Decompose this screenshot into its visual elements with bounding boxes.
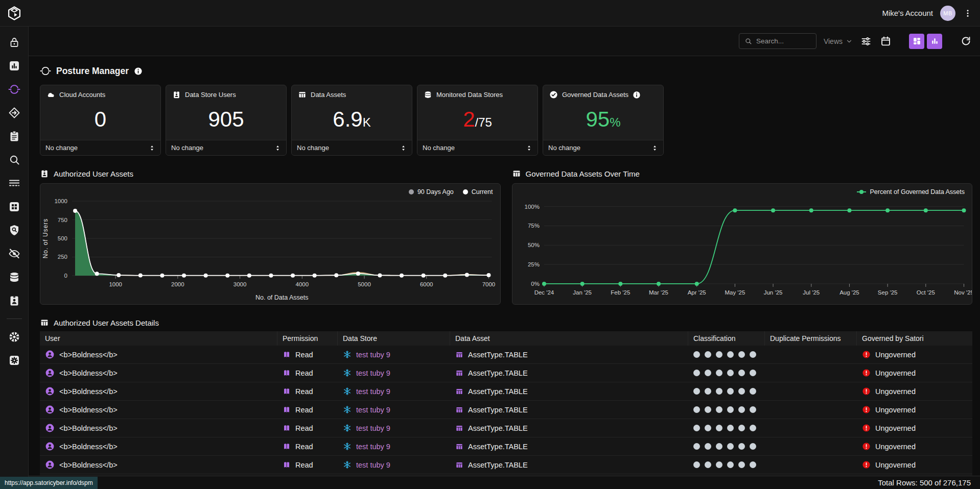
classification-dot xyxy=(727,461,734,468)
data-store-link[interactable]: test tuby 9 xyxy=(356,387,390,396)
classification-dot xyxy=(738,461,745,468)
search-input-wrap[interactable] xyxy=(739,33,816,49)
cell-duplicate-permissions xyxy=(765,437,857,455)
column-header-duplicate-permissions[interactable]: Duplicate Permissions xyxy=(765,331,857,346)
kebab-menu-icon[interactable] xyxy=(963,7,973,19)
data-store-link[interactable]: test tuby 9 xyxy=(356,369,390,377)
classification-dot xyxy=(727,425,734,431)
column-header-governed-by-satori[interactable]: Governed by Satori xyxy=(857,331,972,346)
sidebar-item-database[interactable] xyxy=(8,271,21,284)
sidebar-item-wheel[interactable] xyxy=(8,330,21,344)
classification-dot xyxy=(750,461,756,468)
url-tooltip: https://app.satoricyber.info/dspm xyxy=(0,477,98,489)
database-icon xyxy=(424,90,432,99)
account-name: Mike's Account xyxy=(882,9,933,17)
classification-dot xyxy=(705,406,711,413)
card-trend-select[interactable]: No change xyxy=(40,140,160,155)
sidebar-item-gear-square[interactable] xyxy=(8,354,21,367)
app-logo[interactable] xyxy=(0,0,29,27)
lock-icon xyxy=(8,36,20,48)
table-icon xyxy=(455,461,463,469)
search-icon xyxy=(744,37,752,45)
book-icon xyxy=(283,351,291,359)
data-store-link[interactable]: test tuby 9 xyxy=(356,461,390,469)
table-icon xyxy=(298,90,307,99)
card-trend-select[interactable]: No change xyxy=(292,140,412,155)
chart-canvas: 0%25%50%75%100%Dec '24Jan '25Feb '25Mar … xyxy=(512,184,972,304)
column-header-data-asset[interactable]: Data Asset xyxy=(450,331,688,346)
card-trend-select[interactable]: No change xyxy=(543,140,663,155)
sidebar-item-posture-scan[interactable] xyxy=(8,83,21,96)
legend-label: Current xyxy=(472,188,493,195)
classification-dot xyxy=(705,461,711,468)
card-value: 905 xyxy=(166,99,286,140)
table-row[interactable]: <b>Boldness</b> Read test tuby 9 AssetTy… xyxy=(40,456,972,474)
avatar[interactable]: MB xyxy=(940,6,955,21)
card-trend-select[interactable]: No change xyxy=(166,140,286,155)
book-icon xyxy=(283,424,291,432)
clipboard-icon xyxy=(8,130,20,142)
classification-dot xyxy=(738,370,745,376)
cell-governed: Ungoverned xyxy=(857,382,972,400)
sidebar-item-lock[interactable] xyxy=(8,36,21,49)
sidebar xyxy=(0,27,29,489)
dashboard-view-button[interactable] xyxy=(909,34,924,49)
table-row[interactable]: <b>Boldness</b> Read test tuby 9 AssetTy… xyxy=(40,437,972,456)
card-trend-select[interactable]: No change xyxy=(417,140,538,155)
svg-text:Mar '25: Mar '25 xyxy=(649,289,668,296)
table-row[interactable]: <b>Boldness</b> Read test tuby 9 AssetTy… xyxy=(40,382,972,401)
calendar-icon[interactable] xyxy=(879,35,892,47)
sidebar-item-shield-search[interactable] xyxy=(8,224,21,237)
column-header-data-store[interactable]: Data Store xyxy=(338,331,450,346)
cell-duplicate-permissions xyxy=(765,364,857,382)
sidebar-item-bar-chart-square[interactable] xyxy=(8,59,21,72)
legend-item[interactable]: Percent of Governed Data Assets xyxy=(857,188,965,195)
sidebar-item-grid[interactable] xyxy=(8,200,21,213)
cell-permission: Read xyxy=(277,419,338,437)
views-dropdown[interactable]: Views xyxy=(824,37,853,45)
card-value: 6.9 K xyxy=(292,99,412,140)
refresh-icon[interactable] xyxy=(960,35,972,47)
user-icon xyxy=(45,368,55,378)
column-header-classification[interactable]: Classification xyxy=(688,331,765,346)
svg-text:Jan '25: Jan '25 xyxy=(573,289,592,296)
classification-dot xyxy=(705,425,711,431)
column-header-permission[interactable]: Permission xyxy=(277,331,338,346)
data-store-link[interactable]: test tuby 9 xyxy=(356,424,390,432)
cell-user: <b>Boldness</b> xyxy=(40,419,277,437)
sidebar-item-clipboard[interactable] xyxy=(8,130,21,143)
table-row[interactable]: <b>Boldness</b> Read test tuby 9 AssetTy… xyxy=(40,364,972,382)
classification-dot xyxy=(693,370,700,376)
book-icon xyxy=(283,461,291,469)
sidebar-item-list-dashed[interactable] xyxy=(8,177,21,190)
classification-dot xyxy=(716,351,722,358)
user-icon xyxy=(45,423,55,433)
book-icon xyxy=(283,406,291,414)
svg-text:0: 0 xyxy=(64,273,67,279)
sidebar-item-id-badge[interactable] xyxy=(8,294,21,307)
data-store-link[interactable]: test tuby 9 xyxy=(356,443,390,451)
alert-icon xyxy=(862,369,871,377)
filters-icon[interactable] xyxy=(860,35,872,47)
list-dashed-icon xyxy=(8,177,20,189)
sidebar-item-diamond-arrow[interactable] xyxy=(8,106,21,119)
table-row[interactable]: <b>Boldness</b> Read test tuby 9 AssetTy… xyxy=(40,419,972,437)
classification-dot xyxy=(693,351,700,358)
cell-data-store: test tuby 9 xyxy=(338,346,450,363)
sidebar-item-search[interactable] xyxy=(8,153,21,166)
column-header-user[interactable]: User xyxy=(40,331,277,346)
data-store-link[interactable]: test tuby 9 xyxy=(356,351,390,359)
legend-item[interactable]: 90 Days Ago xyxy=(409,188,454,195)
info-icon[interactable] xyxy=(633,91,641,99)
info-icon[interactable] xyxy=(134,67,143,76)
table-row[interactable]: <b>Boldness</b> Read test tuby 9 AssetTy… xyxy=(40,346,972,364)
classification-dot xyxy=(716,425,722,431)
data-store-link[interactable]: test tuby 9 xyxy=(356,406,390,414)
search-input[interactable] xyxy=(756,37,811,45)
sidebar-item-eye-off[interactable] xyxy=(8,247,21,260)
chart-view-button[interactable] xyxy=(927,34,942,49)
cell-data-store: test tuby 9 xyxy=(338,401,450,419)
table-row[interactable]: <b>Boldness</b> Read test tuby 9 AssetTy… xyxy=(40,401,972,419)
snowflake-icon xyxy=(343,442,352,451)
legend-item[interactable]: Current xyxy=(463,188,493,195)
